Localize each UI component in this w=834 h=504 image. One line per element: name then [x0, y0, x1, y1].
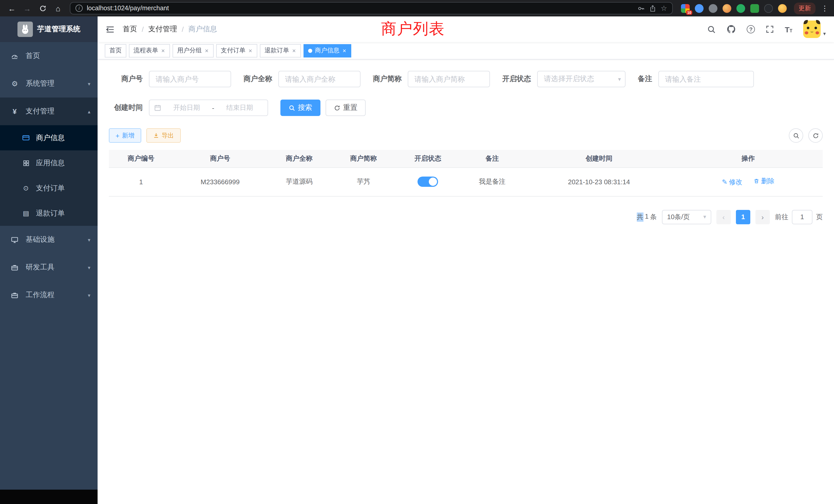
delete-link[interactable]: 删除 [753, 177, 774, 186]
edit-link[interactable]: ✎ 修改 [722, 178, 742, 187]
prev-page-button[interactable]: ‹ [717, 210, 731, 224]
fullscreen-icon[interactable] [766, 25, 774, 33]
add-button[interactable]: + 新增 [109, 128, 141, 143]
toggle-search-icon[interactable] [789, 128, 803, 143]
tag-process-form[interactable]: 流程表单 × [129, 44, 170, 57]
search-button[interactable]: 搜索 [280, 99, 321, 116]
reset-button-label: 重置 [343, 103, 357, 112]
close-icon[interactable]: × [204, 47, 209, 54]
field-merchant-no: 商户号 [109, 71, 231, 87]
user-menu[interactable]: ▾ [803, 21, 826, 38]
reset-button[interactable]: 重置 [326, 99, 366, 116]
sidebar-item-label: 支付订单 [36, 183, 65, 193]
merchant-no-input[interactable] [149, 71, 231, 87]
col-short-name: 商户简称 [331, 150, 396, 167]
help-icon[interactable]: ? [747, 25, 755, 33]
site-info-icon[interactable]: i [75, 5, 83, 12]
search-icon[interactable] [707, 25, 716, 33]
field-label: 备注 [638, 74, 652, 84]
extension-icon[interactable] [750, 4, 759, 13]
sidebar-item-refund-order[interactable]: ▤ 退款订单 [0, 201, 97, 226]
extension-icon[interactable] [778, 4, 787, 13]
total-suffix: 条 [650, 212, 657, 222]
short-name-input[interactable] [408, 71, 490, 87]
app: 芋道管理系统 首页 ⚙ 系统管理 ▾ ¥ 支付管理 ▴ [0, 17, 834, 504]
field-create-time: 创建时间 开始日期 - 结束日期 [109, 99, 268, 116]
export-button[interactable]: 导出 [146, 128, 180, 143]
full-name-input[interactable] [278, 71, 360, 87]
sidebar: 芋道管理系统 首页 ⚙ 系统管理 ▾ ¥ 支付管理 ▴ [0, 17, 97, 504]
url-text[interactable]: localhost:1024/pay/merchant [87, 5, 634, 12]
browser-menu-icon[interactable]: ⋮ [821, 4, 829, 12]
logo[interactable]: 芋道管理系统 [0, 17, 97, 42]
breadcrumb-home[interactable]: 首页 [123, 25, 137, 34]
col-actions: 操作 [674, 150, 823, 167]
goto-page-input[interactable] [792, 210, 812, 224]
select-placeholder: 请选择开启状态 [544, 74, 594, 84]
github-icon[interactable] [727, 25, 736, 34]
breadcrumb: 首页 / 支付管理 / 商户信息 [123, 25, 217, 34]
close-icon[interactable]: × [342, 47, 347, 54]
extension-icon[interactable] [709, 4, 718, 13]
date-range-picker[interactable]: 开始日期 - 结束日期 [149, 99, 268, 116]
page-1-button[interactable]: 1 [736, 210, 750, 224]
share-icon[interactable] [650, 4, 657, 12]
page-size-select[interactable]: 10条/页 ▾ [662, 210, 711, 224]
sidebar-item-workflow[interactable]: 工作流程 ▾ [0, 281, 97, 309]
sidebar-item-home[interactable]: 首页 [0, 42, 97, 70]
password-key-icon[interactable] [638, 4, 645, 12]
extension-icon[interactable] [723, 4, 731, 13]
avatar[interactable] [803, 21, 821, 38]
breadcrumb-pay[interactable]: 支付管理 [148, 25, 177, 34]
sidebar-item-merchant-info[interactable]: 商户信息 [0, 125, 97, 151]
edit-label: 修改 [729, 178, 742, 187]
tag-pay-order[interactable]: 支付订单 × [216, 44, 257, 57]
hamburger-icon[interactable] [106, 25, 114, 33]
status-toggle[interactable] [418, 177, 438, 187]
extension-icon[interactable] [764, 4, 773, 13]
home-icon[interactable]: ⌂ [51, 2, 65, 14]
pagination-jumper: 前往 页 [775, 210, 823, 224]
tag-home[interactable]: 首页 [105, 44, 126, 57]
extension-icon[interactable] [737, 4, 745, 13]
app-title: 芋道管理系统 [37, 25, 80, 34]
toolbar: + 新增 导出 [109, 128, 823, 143]
tag-merchant-info[interactable]: 商户信息 × [304, 44, 351, 57]
refresh-icon[interactable] [808, 128, 823, 143]
bottom-strip [0, 490, 97, 504]
close-icon[interactable]: × [248, 47, 253, 54]
sidebar-item-system[interactable]: ⚙ 系统管理 ▾ [0, 70, 97, 97]
sidebar-item-infra[interactable]: 基础设施 ▾ [0, 226, 97, 254]
cell-actions: ✎ 修改 删除 [674, 167, 823, 196]
forward-icon[interactable]: → [21, 2, 34, 14]
arrow-left-icon: ‹ [722, 213, 725, 221]
close-icon[interactable]: × [161, 47, 166, 54]
search-button-label: 搜索 [298, 103, 312, 112]
sidebar-item-dev-tools[interactable]: 研发工具 ▾ [0, 254, 97, 281]
status-select[interactable]: 请选择开启状态 ▾ [537, 71, 626, 87]
back-icon[interactable]: ← [5, 2, 19, 14]
address-bar[interactable]: i localhost:1024/pay/merchant ☆ [70, 2, 673, 14]
browser-update-button[interactable]: 更新 [794, 2, 815, 14]
tag-user-group[interactable]: 用户分组 × [173, 44, 214, 57]
font-size-icon[interactable]: TT [785, 25, 792, 33]
tag-label: 流程表单 [133, 46, 158, 55]
bookmark-star-icon[interactable]: ☆ [661, 4, 667, 12]
tag-label: 商户信息 [315, 46, 339, 55]
browser-chrome: ← → ⌂ i localhost:1024/pay/merchant ☆ 10 [0, 0, 834, 17]
extension-icon[interactable] [695, 4, 704, 13]
sidebar-submenu-pay: 商户信息 应用信息 ⊙ 支付订单 ▤ 退款订单 [0, 125, 97, 226]
next-page-button[interactable]: › [755, 210, 770, 224]
navbar-tools: ? TT ▾ [707, 21, 826, 38]
reload-icon[interactable] [36, 2, 49, 14]
sidebar-item-pay[interactable]: ¥ 支付管理 ▴ [0, 97, 97, 125]
field-label: 商户全称 [243, 74, 272, 84]
tag-refund-order[interactable]: 退款订单 × [260, 44, 301, 57]
extension-icon[interactable]: 10 [681, 4, 690, 13]
field-label: 商户简称 [373, 74, 401, 84]
export-button-label: 导出 [161, 131, 174, 140]
sidebar-item-app-info[interactable]: 应用信息 [0, 151, 97, 176]
remark-input[interactable] [658, 71, 754, 87]
close-icon[interactable]: × [292, 47, 296, 54]
sidebar-item-pay-order[interactable]: ⊙ 支付订单 [0, 176, 97, 201]
